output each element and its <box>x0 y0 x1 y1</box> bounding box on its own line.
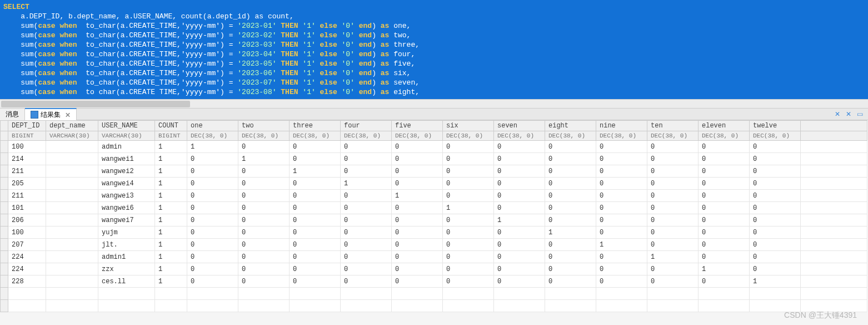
cell[interactable]: 1 <box>155 141 187 153</box>
cell[interactable]: 0 <box>647 275 699 288</box>
cell[interactable] <box>46 153 98 165</box>
cell[interactable]: 0 <box>494 275 545 288</box>
cell[interactable]: admin <box>98 141 155 153</box>
cell[interactable]: 1 <box>155 239 187 251</box>
cell[interactable] <box>46 202 98 214</box>
cell[interactable]: 1 <box>392 190 443 202</box>
cell[interactable]: admin1 <box>98 251 155 263</box>
cell[interactable]: 0 <box>443 165 494 178</box>
cell[interactable]: 0 <box>443 190 494 202</box>
cell[interactable]: 0 <box>596 275 647 288</box>
cell[interactable]: 0 <box>187 275 238 288</box>
cell[interactable]: 0 <box>699 141 750 153</box>
cell[interactable]: wangwei3 <box>98 190 155 202</box>
expand-icon[interactable]: ✕ <box>846 110 854 118</box>
column-header[interactable]: one <box>187 121 238 131</box>
table-row[interactable]: 101wangwei61000001000000 <box>1 202 867 214</box>
cell[interactable]: 1 <box>155 153 187 165</box>
cell[interactable]: 0 <box>699 178 750 190</box>
row-handle[interactable] <box>1 226 8 239</box>
cell[interactable]: wangwei7 <box>98 214 155 226</box>
editor-scrollbar[interactable] <box>0 99 868 108</box>
cell[interactable]: 0 <box>443 239 494 251</box>
cell[interactable] <box>46 165 98 178</box>
cell[interactable]: 0 <box>494 263 545 275</box>
cell[interactable]: 0 <box>392 251 443 263</box>
cell[interactable]: wangwei6 <box>98 202 155 214</box>
cell[interactable]: 1 <box>155 226 187 239</box>
minimize-icon[interactable]: ▭ <box>857 110 865 118</box>
cell[interactable]: 1 <box>155 165 187 178</box>
table-row[interactable]: 211wangwei21001000000000 <box>1 165 867 178</box>
cell[interactable]: wangwei1 <box>98 153 155 165</box>
cell[interactable]: 0 <box>443 153 494 165</box>
cell[interactable]: 0 <box>341 226 392 239</box>
cell[interactable]: wangwei2 <box>98 165 155 178</box>
cell[interactable]: 0 <box>545 190 596 202</box>
column-header[interactable]: USER_NAME <box>98 121 155 131</box>
column-header[interactable]: eleven <box>699 121 750 131</box>
table-row[interactable]: 207jlt.1000000001000 <box>1 239 867 251</box>
cell[interactable]: 0 <box>750 178 801 190</box>
cell[interactable]: 0 <box>699 239 750 251</box>
cell[interactable]: zzx <box>98 263 155 275</box>
cell[interactable]: 0 <box>750 202 801 214</box>
table-row[interactable]: 224zzx1000000000010 <box>1 263 867 275</box>
cell[interactable]: 0 <box>545 141 596 153</box>
cell[interactable] <box>46 251 98 263</box>
cell[interactable] <box>46 275 98 288</box>
cell[interactable]: 0 <box>290 190 341 202</box>
cell[interactable]: 0 <box>341 190 392 202</box>
cell[interactable]: 0 <box>545 153 596 165</box>
cell[interactable]: 0 <box>187 202 238 214</box>
cell[interactable]: 0 <box>596 141 647 153</box>
cell[interactable]: 0 <box>187 214 238 226</box>
cell[interactable]: 0 <box>647 165 699 178</box>
cell[interactable] <box>46 190 98 202</box>
cell[interactable]: 0 <box>596 263 647 275</box>
cell[interactable]: 0 <box>238 190 290 202</box>
cell[interactable]: 207 <box>8 239 46 251</box>
tab-resultset[interactable]: 结果集⨯ <box>25 108 77 121</box>
cell[interactable]: 0 <box>290 239 341 251</box>
cell[interactable]: 0 <box>750 214 801 226</box>
cell[interactable]: 0 <box>699 251 750 263</box>
cell[interactable]: 0 <box>647 239 699 251</box>
cell[interactable]: wangwei4 <box>98 178 155 190</box>
cell[interactable]: yujm <box>98 226 155 239</box>
cell[interactable]: 1 <box>596 239 647 251</box>
column-header[interactable]: ten <box>647 121 699 131</box>
row-handle[interactable] <box>1 190 8 202</box>
cell[interactable]: 0 <box>494 226 545 239</box>
cell[interactable]: 0 <box>647 153 699 165</box>
sql-editor[interactable]: SELECT a.DEPT_ID, b.dept_name, a.USER_NA… <box>0 0 868 99</box>
cell[interactable]: 211 <box>8 165 46 178</box>
cell[interactable]: 0 <box>392 239 443 251</box>
table-row[interactable]: 100yujm1000000010000 <box>1 226 867 239</box>
tab-messages[interactable]: 消息 <box>0 109 25 120</box>
cell[interactable]: 1 <box>545 226 596 239</box>
cell[interactable]: 1 <box>155 190 187 202</box>
close-icon[interactable]: ⨯ <box>65 111 71 119</box>
table-row[interactable]: 206wangwei71000000100000 <box>1 214 867 226</box>
column-header[interactable]: COUNT <box>155 121 187 131</box>
cell[interactable]: 0 <box>238 202 290 214</box>
cell[interactable]: 0 <box>341 275 392 288</box>
cell[interactable]: 0 <box>494 153 545 165</box>
cell[interactable]: 0 <box>494 190 545 202</box>
column-header[interactable]: twelve <box>750 121 801 131</box>
cell[interactable]: 0 <box>596 202 647 214</box>
cell[interactable]: 0 <box>238 178 290 190</box>
row-handle[interactable] <box>1 239 8 251</box>
row-handle[interactable] <box>1 202 8 214</box>
cell[interactable]: 1 <box>155 251 187 263</box>
cell[interactable]: 0 <box>187 165 238 178</box>
cell[interactable]: 0 <box>238 226 290 239</box>
cell[interactable]: 0 <box>187 251 238 263</box>
row-handle[interactable] <box>1 275 8 288</box>
cell[interactable]: 0 <box>750 190 801 202</box>
cell[interactable]: 0 <box>750 251 801 263</box>
row-handle[interactable] <box>1 178 8 190</box>
cell[interactable]: 0 <box>647 226 699 239</box>
cell[interactable]: 1 <box>187 141 238 153</box>
